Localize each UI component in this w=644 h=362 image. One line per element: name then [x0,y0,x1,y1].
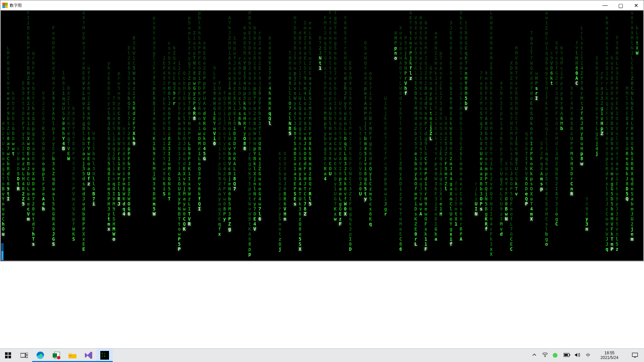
rain-column: FMC2wqQTQYsSTAPOwS5MBpTybVg5DCRa4 [323,10,328,257]
speaker-glyph-icon [575,353,580,357]
rain-column: 9U9Xy3n [584,10,589,257]
notification-icon [632,353,638,358]
svg-rect-4 [20,353,25,357]
rain-column: p7vAnFjk175gohu5a1TjEQojAgnjXXe1H [438,10,443,257]
rain-column: aQs7iGztPDrNF7gc6drQyiCzmScs6Kq [368,10,373,257]
rain-column: 9LFw19eWGiEYwVi0 [212,10,217,257]
taskbar-app-explorer[interactable] [64,349,80,362]
rain-column: V9J2CA7K3VGDx0ogpIr3eA4h [41,10,46,257]
rain-column: P5ujA9NPrVhf [403,10,408,257]
taskbar-app-edge[interactable] [32,349,48,362]
svg-rect-5 [26,353,28,355]
svg-text:0 1: 0 1 [102,352,105,355]
rain-column: bYqMciPpcpsr9A6Mb [559,10,564,257]
svg-rect-13 [69,355,71,356]
rain-column: QcbHIDszrlYsiOJnAudEXvhjMayw0CQK [182,10,187,257]
rain-column: dBtv4d7J17bLLUCQGnZgGRAlG9cmyA4mTUk36zQ0… [298,10,303,257]
battery-icon[interactable] [564,353,570,358]
maximize-button[interactable]: ▢ [613,0,628,10]
rain-column: GPknaypuLtnjjZL [428,10,433,257]
rain-column: B72JNt1 [318,10,323,257]
visual-studio-icon [84,351,93,360]
task-view-icon [20,353,28,358]
rain-column: uf7ABnI2BxMGht4TYwEoaUfz [86,10,91,257]
rain-column: SKYcSfGZ8v3HMPFvQsnMdiJH2qb92I873jogC [554,10,559,257]
svg-rect-20 [564,354,568,356]
rain-column: Xo4ypxWADYYLW0dtyhTleV5ary1ZRyADizZvv7oM… [398,10,403,257]
svg-rect-12 [68,354,76,358]
title-bar[interactable]: 数字雨 — ▢ ✕ [0,0,644,10]
rain-column: hu3fBPHDaqEVfDVVpN8uev4mzgG5D5heMVFkTmP [609,10,614,257]
minimize-button[interactable]: — [597,0,613,10]
svg-point-11 [57,356,60,359]
rain-column: OSwNQta8XpefAHPXjltbm45jvi8g65ty [363,10,368,257]
rain-column: HMV86TYsyBDHNOCTSPjSc9g5UCSkTv [514,10,519,257]
start-button[interactable] [0,349,16,362]
rain-column: GX7MyDmJ4nsNEBVvLmoriTg0l1byavj35dsWdJud… [81,10,86,257]
rain-column: eeLRK1lwZUEaujkG2MZMbErV8kS6m62BQrRl5 [308,10,313,257]
rain-column: aPdNI1WokJ4jcXTT2iVEdhJ4Yrpa8W3hF3jZoDIG… [433,10,438,257]
rain-column: k8yWfQTBePY53KNcPVmzVhpfWKS [71,10,76,257]
rain-column: ZiaSpTNr8mwGycP4R8 [192,10,197,257]
rain-column: b9bynIR28s9xpBfFn2aBwWnWpYBklXjnlNry7OE4… [252,10,257,257]
window-title: 数字雨 [10,3,22,8]
rain-column: EDyM0ul9K6SJlPWIlRh6FQNCl3ZIFNgqk3pI0D [348,10,353,257]
rain-column: 43Nc3Ipw14JBTp2glyUgZeLCU9z3Mvd [499,10,504,257]
ime-indicator[interactable]: 中 [585,352,591,358]
rain-column: rjLzUIN [474,10,479,257]
rain-column: fU4geRupdCzEX1s7pGh9JAayuqXEqfx [217,10,222,257]
rain-column: 9Er4MXoSEcUPFMSH3DrCnR [569,10,574,257]
volume-icon[interactable] [574,353,580,358]
matrix-rain-canvas: Wb2YUc8magxTmBvYnuoChOu LMF6gmtWteezr9bt… [1,10,643,261]
svg-rect-2 [5,356,8,358]
task-view-button[interactable] [16,349,32,362]
svg-text:1 0: 1 0 [102,355,105,357]
rain-column: A7hJZNO1AAsoxj4aKMMpiMoiWcvh8Vc0jeN6bSM3… [227,10,232,257]
system-tray: 中 18:55 2021/5/24 [531,349,644,362]
taskbar-app-digital-rain[interactable]: 0 1 1 0 [97,349,113,362]
rain-column: S66XjEgWAQpvTtLgbj4j [594,10,599,257]
rain-column: XUnaYsPO0BwN [504,10,509,257]
wifi-glyph-icon [542,353,548,357]
rain-column: 6ZQ4GoEq39rr [172,10,177,257]
taskbar-app-excel[interactable] [48,349,64,362]
rain-column: Fv7utmYVh0lt7wsodpa4UhlHwVa03RCOU [328,10,333,257]
rain-column: xREQeZBPpFPUAvdVRockD45G [202,10,207,257]
rain-column: kODXWBuGBDwwt [11,10,16,257]
tray-overflow-button[interactable] [531,353,537,358]
action-center-button[interactable] [628,353,642,358]
rain-column: rD2amh2Er9Jj9yYFhC3flWQBLxjZGuxoG4w7l6 [257,10,262,257]
rain-column: 1JClsqFdyD8kuaNk2X1JtiA1OUXyPNBTtowP5P [177,10,182,257]
svg-rect-21 [632,353,638,357]
rain-column: 6ETVtcmfPjkflz [408,10,413,257]
rain-column: sXT09MlNJLCRtZOCNLNEjaLReOO5hiBRXqdnSabm… [630,10,635,257]
battery-glyph-icon [564,353,570,357]
app-icon [2,3,8,8]
rain-column: fGojBmtX1 [453,10,459,257]
rain-column: XDhZnFFtzds7NIM9hLsJhLJGOP5QFeofL7GCEC [509,10,514,257]
rain-column: Uc9aqht7VWXAYI8p3anLgQEzF [338,10,343,257]
wifi-icon[interactable] [542,353,548,358]
rain-column: V9XsVwyO8VK1XISBhTMH4x2bz57e1boyAOfmPiDs… [413,10,418,257]
rain-column: ImKZi8aEL5T9vm4Losxr0ZwAJnOOdFvHJTCl78Z [303,10,308,257]
taskbar-app-visual-studio[interactable] [80,349,97,362]
app-window: 数字雨 — ▢ ✕ Wb2YUc8magxTmBvYnuoChOu LMF6gm… [0,0,644,261]
close-button[interactable]: ✕ [628,0,644,10]
rain-column: Wb2YUc8magxTmBvYnuoChOu [1,10,6,257]
rain-column: u7rNAdsR6EymEWKdq4 [121,10,126,257]
rain-column: B3GW1C5Wx4z2f5RdzF7Xk9 [131,10,137,257]
rain-column: WBjIbnl3NllGB7i [91,10,96,257]
svg-rect-10 [53,353,57,358]
rain-column: LOWQvHNmoMy0StkVhthbrr0M498BYq1hs2vFQ7NJ… [489,10,494,257]
svg-rect-19 [570,354,570,356]
status-green-icon[interactable] [553,353,559,358]
rain-column: tlRBGCqK7onHYOH5bV [464,10,469,257]
rain-column: ao1Zpcwiqg6qpy3HjfkhnyqqiLliaqGopStc8CSv… [544,10,549,257]
rain-column: vKO0vibDxlJs6h [237,10,242,257]
clock[interactable]: 18:55 2021/5/24 [596,351,623,360]
chevron-up-icon [532,353,536,357]
rain-column: yhsEODUryalRJGlGaVyQ5q8Inm5PH3ytmx [106,10,111,257]
rain-column: 5NRA25JZrF5mTZl [443,10,448,257]
rain-column: 9myNFKrxfA0UhOtrVakmpPTQjN5BgKRf [484,10,489,257]
rain-column: FuoDPNkWd7W4rX9syAhlpfJyCPb3sZq0wal5hGR4… [51,10,56,257]
